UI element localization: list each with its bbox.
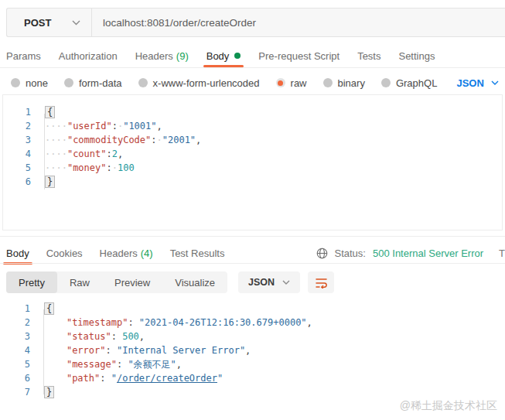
method-label: POST <box>24 17 51 29</box>
url-input[interactable]: localhost:8081/order/createOrder <box>92 9 505 36</box>
response-tab-cookies[interactable]: Cookies <box>46 248 83 259</box>
line-number: 3 <box>2 330 30 343</box>
status-value: 500 Internal Server Error <box>373 248 483 259</box>
response-tab-body[interactable]: Body <box>6 248 29 259</box>
tab-body[interactable]: Body <box>206 50 241 62</box>
response-body-editor[interactable]: 1{2 "timestamp": "2021-04-26T12:16:30.67… <box>2 300 503 401</box>
radio-icon <box>11 78 20 87</box>
radio-none[interactable]: none <box>11 77 48 89</box>
code-line: 1{ <box>2 302 503 316</box>
radio-raw[interactable]: raw <box>276 77 307 89</box>
postman-request-view: POST localhost:8081/order/createOrder Pa… <box>0 0 505 420</box>
tab-settings[interactable]: Settings <box>398 50 435 62</box>
chevron-down-icon <box>491 80 499 85</box>
chevron-down-icon <box>72 20 80 26</box>
code-line: 2····"userId":·"1001", <box>3 119 502 133</box>
line-number: 2 <box>2 316 30 330</box>
line-number: 1 <box>3 105 31 119</box>
response-view-switcher: Pretty Raw Preview Visualize <box>6 271 227 293</box>
request-tabs-separator <box>0 67 505 68</box>
url-bar: POST localhost:8081/order/createOrder <box>6 8 505 37</box>
status-label: Status: <box>335 248 366 259</box>
code-line: 4····"count":2, <box>3 147 502 161</box>
response-format-select[interactable]: JSON <box>238 271 300 293</box>
tab-headers[interactable]: Headers(9) <box>135 50 189 62</box>
radio-graphql[interactable]: GraphQL <box>381 77 437 89</box>
response-tab-test-results[interactable]: Test Results <box>170 248 225 259</box>
status-truncated-text: T <box>499 248 505 259</box>
response-toolbar: Pretty Raw Preview Visualize JSON <box>6 271 334 293</box>
line-number: 4 <box>2 343 30 357</box>
code-line: 1{ <box>3 105 502 119</box>
response-tabs-separator <box>0 263 505 264</box>
url-text: localhost:8081/order/createOrder <box>103 17 256 29</box>
line-number: 3 <box>3 133 31 147</box>
code-line: 2 "timestamp": "2021-04-26T12:16:30.679+… <box>2 316 503 330</box>
pretty-button[interactable]: Pretty <box>6 271 57 293</box>
radio-binary[interactable]: binary <box>323 77 365 89</box>
radio-form-data[interactable]: form-data <box>64 77 122 89</box>
method-select[interactable]: POST <box>7 9 92 36</box>
line-number: 5 <box>3 161 31 175</box>
line-number: 2 <box>3 119 31 133</box>
radio-selected-icon <box>276 78 285 87</box>
request-tabs: Params Authorization Headers(9) Body Pre… <box>6 45 505 67</box>
wrap-text-icon <box>315 277 328 289</box>
headers-count-badge: (9) <box>176 50 189 62</box>
fold-guide <box>44 114 45 190</box>
content-type-select[interactable]: JSON <box>456 77 498 89</box>
line-number: 6 <box>3 175 31 189</box>
raw-button[interactable]: Raw <box>57 271 102 293</box>
code-line: 7} <box>2 385 503 399</box>
radio-icon <box>138 78 148 87</box>
body-modified-dot-icon <box>234 53 241 59</box>
code-line: 5 "message": "余额不足", <box>2 357 503 371</box>
line-number: 4 <box>3 147 31 161</box>
response-tab-headers[interactable]: Headers(4) <box>100 248 153 259</box>
tab-pre-request-script[interactable]: Pre-request Script <box>258 50 340 62</box>
preview-button[interactable]: Preview <box>102 271 162 293</box>
line-number: 1 <box>2 302 30 316</box>
line-number: 7 <box>2 385 30 399</box>
watermark: @稀土掘金技术社区 <box>400 399 497 413</box>
chevron-down-icon <box>282 280 290 285</box>
radio-icon <box>64 78 73 87</box>
code-line: 6} <box>3 175 502 189</box>
response-headers-count-badge: (4) <box>141 248 153 259</box>
request-body-editor[interactable]: 1{2····"userId":·"1001",3····"commodityC… <box>2 94 503 230</box>
code-line: 3····"commodityCode":·"2001", <box>3 133 502 147</box>
globe-icon <box>316 248 328 259</box>
tab-params[interactable]: Params <box>6 50 41 62</box>
fold-guide <box>43 309 44 394</box>
line-number: 6 <box>2 371 30 385</box>
response-header: Body Cookies Headers(4) Test Results Sta… <box>6 243 505 263</box>
wrap-lines-button[interactable] <box>308 271 334 293</box>
code-line: 5····"money":·100 <box>3 161 502 175</box>
visualize-button[interactable]: Visualize <box>162 271 227 293</box>
radio-icon <box>381 78 391 87</box>
code-line: 4 "error": "Internal Server Error", <box>2 343 503 357</box>
radio-icon <box>323 78 333 87</box>
radio-x-www-form-urlencoded[interactable]: x-www-form-urlencoded <box>138 77 260 89</box>
tab-tests[interactable]: Tests <box>357 50 380 62</box>
line-number: 5 <box>2 357 30 371</box>
response-status: Status: 500 Internal Server Error T <box>316 248 505 259</box>
code-line: 6 "path": "/order/createOrder" <box>2 371 503 385</box>
code-line: 3 "status": 500, <box>2 330 503 343</box>
tab-authorization[interactable]: Authorization <box>59 50 118 62</box>
section-divider <box>0 236 505 237</box>
body-type-row: none form-data x-www-form-urlencoded raw… <box>11 75 505 90</box>
